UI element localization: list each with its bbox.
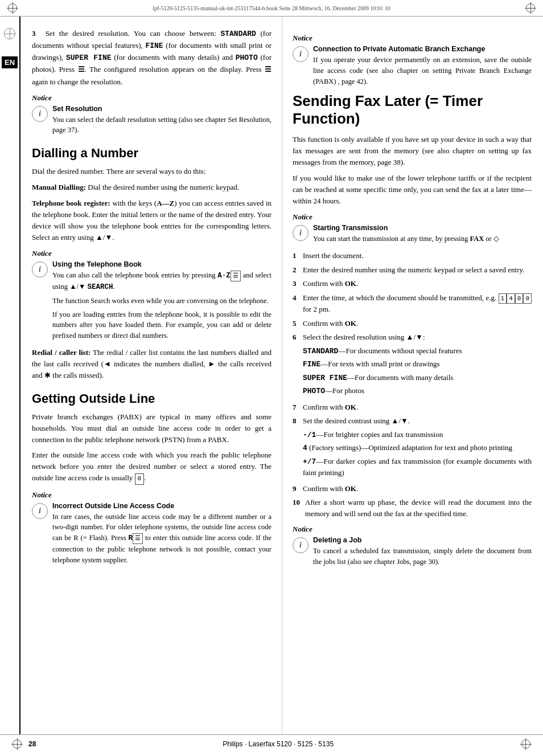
notice-content-2: i Using the Telephone Book You can also … — [32, 260, 272, 341]
manual-dialling-text: Dial the desired number using the numeri… — [88, 183, 239, 191]
right-column: Notice i Connection to Private Automatic… — [282, 17, 543, 734]
two-col-layout: 3 Set the desired resolution. You can ch… — [20, 17, 543, 734]
dialling-heading: Dialling a Number — [32, 146, 272, 161]
top-bar: lpf-5120-5125-5135-manual-uk-int-2531175… — [0, 0, 543, 17]
step-7-text: Confirm with OK. — [303, 402, 532, 413]
footer-right-mark — [520, 738, 532, 750]
step-6-num: 6 — [293, 332, 303, 399]
top-right-corner-mark — [525, 2, 536, 14]
notice-text-3: Incorrect Outside Line Access Code In ra… — [52, 502, 272, 566]
notice-icon-2: i — [32, 261, 48, 277]
notice-icon-1: i — [32, 106, 48, 122]
step-6: 6 Select the desired resolution using ▲/… — [293, 332, 532, 399]
step-10-text: After a short warm up phase, the device … — [305, 497, 532, 519]
footer: 28 Philips · Laserfax 5120 · 5125 · 5135 — [0, 734, 543, 753]
notice-text-trans: Starting Transmission You can start the … — [313, 224, 532, 244]
notice-label-delete: Notice — [293, 525, 532, 534]
sending-fax-intro2: If you would like to make use of the low… — [293, 173, 532, 207]
notice-title-1: Set Resolution — [52, 105, 272, 113]
redial-bold: Redial / caller list: — [32, 348, 90, 357]
step-3: 3 Confirm with OK. — [293, 278, 532, 289]
step-6-text: Select the desired resolution using ▲/▼:… — [303, 332, 532, 399]
step-4-text: Enter the time, at which the document sh… — [303, 292, 532, 315]
steps-list: 1 Insert the document. 2 Enter the desir… — [293, 250, 532, 519]
res-superfine: SUPER FINE—For documents with many detai… — [303, 372, 532, 384]
notice-body-2: You can also call the telephone book ent… — [52, 270, 272, 341]
step-3-num: 3 — [293, 278, 303, 289]
step-3-text2: Confirm with OK. — [303, 278, 532, 289]
step-2-text: Enter the desired number using the numer… — [303, 264, 532, 276]
notice-content-delete: i Deleting a Job To cancel a scheduled f… — [293, 536, 532, 567]
notice-set-resolution: Notice i Set Resolution You can select t… — [32, 93, 272, 136]
step-10-num: 10 — [293, 497, 305, 519]
notice-text-conn: Connection to Private Automatic Branch E… — [313, 45, 532, 87]
notice-title-3: Incorrect Outside Line Access Code — [52, 502, 272, 510]
dialling-intro: Dial the desired number. There are sever… — [32, 166, 272, 177]
step-2: 2 Enter the desired number using the num… — [293, 264, 532, 276]
notice-label-2: Notice — [32, 249, 272, 258]
notice-title-delete: Deleting a Job — [313, 536, 532, 544]
top-bar-text: lpf-5120-5125-5135-manual-uk-int-2531175… — [153, 5, 390, 11]
notice-icon-3: i — [32, 503, 48, 519]
getting-para1: Private branch exchanges (PABX) are typi… — [32, 411, 272, 446]
language-label: EN — [2, 56, 18, 68]
redial: Redial / caller list: The redial / calle… — [32, 347, 272, 381]
step-8-num: 8 — [293, 415, 303, 480]
notice-content-3: i Incorrect Outside Line Access Code In … — [32, 502, 272, 566]
step-3-content: Set the desired resolution. You can choo… — [32, 29, 272, 86]
zero-key: 0 — [135, 473, 145, 484]
notice-transmission: Notice i Starting Transmission You can s… — [293, 213, 532, 244]
notice-text-2: Using the Telephone Book You can also ca… — [52, 260, 272, 341]
contrast-items: -/1—For brighter copies and fax transmis… — [303, 429, 532, 479]
notice-delete-job: Notice i Deleting a Job To cancel a sche… — [293, 525, 532, 567]
resolution-items: STANDARD—For documents without special f… — [303, 345, 532, 397]
notice-telephone-book: Notice i Using the Telephone Book You ca… — [32, 249, 272, 341]
notice-incorrect-code: Notice i Incorrect Outside Line Access C… — [32, 491, 272, 566]
step-1: 1 Insert the document. — [293, 250, 532, 261]
notice-label-conn: Notice — [293, 34, 532, 43]
step-4-num: 4 — [293, 292, 303, 315]
getting-para2: Enter the outside line access code with … — [32, 449, 272, 484]
notice-body-3: In rare cases, the outside line access c… — [52, 512, 272, 566]
notice-body-1: You can select the default resolution se… — [52, 115, 272, 136]
left-column: 3 Set the desired resolution. You can ch… — [20, 17, 282, 734]
notice-text-1: Set Resolution You can select the defaul… — [52, 105, 272, 136]
step-9-text: Confirm with OK. — [303, 483, 532, 495]
step-2-num: 2 — [293, 264, 303, 276]
sending-fax-heading: Sending Fax Later (= TimerFunction) — [293, 92, 532, 128]
step-3-block: 3 Set the desired resolution. You can ch… — [32, 28, 272, 88]
footer-left-mark — [11, 738, 23, 750]
notice-content-conn: i Connection to Private Automatic Branch… — [293, 45, 532, 87]
notice-title-conn: Connection to Private Automatic Branch E… — [313, 45, 532, 53]
telbook: Telephone book register: with the keys (… — [32, 198, 272, 244]
page: lpf-5120-5125-5135-manual-uk-int-2531175… — [0, 0, 543, 756]
step-10: 10 After a short warm up phase, the devi… — [293, 497, 532, 519]
notice-title-2: Using the Telephone Book — [52, 260, 272, 268]
step-3-text: 3 Set the desired resolution. You can ch… — [32, 28, 272, 88]
step-1-num: 1 — [293, 250, 303, 261]
res-standard: STANDARD—For documents without special f… — [303, 345, 532, 357]
sending-fax-intro1: This function is only available if you h… — [293, 134, 532, 168]
step-1-text: Insert the document. — [303, 250, 532, 261]
main-content: EN 3 Set the desired resolution. You can… — [0, 17, 543, 734]
step-4: 4 Enter the time, at which the document … — [293, 292, 532, 315]
notice-body-trans: You can start the transmission at any ti… — [313, 234, 532, 244]
step-3-number: 3 — [32, 28, 41, 39]
manual-dialling: Manual Dialling: Dial the desired number… — [32, 182, 272, 193]
notice-content-trans: i Starting Transmission You can start th… — [293, 224, 532, 244]
contrast-low: -/1—For brighter copies and fax transmis… — [303, 429, 532, 441]
step-8-text: Set the desired contrast using ▲/▼. -/1—… — [303, 415, 532, 480]
step-5: 5 Confirm with OK. — [293, 318, 532, 329]
notice-body-conn: If you operate your device permanently o… — [313, 55, 532, 87]
top-left-corner-mark — [7, 2, 18, 14]
notice-connection: Notice i Connection to Private Automatic… — [293, 34, 532, 87]
notice-body-delete: To cancel a scheduled fax transmission, … — [313, 546, 532, 567]
notice-title-trans: Starting Transmission — [313, 224, 532, 232]
step-7-num: 7 — [293, 402, 303, 413]
res-photo: PHOTO—For photos — [303, 385, 532, 397]
notice-label-1: Notice — [32, 93, 272, 103]
telbook-bold: Telephone book register: — [32, 199, 110, 207]
step-5-text: Confirm with OK. — [303, 318, 532, 329]
notice-label-trans: Notice — [293, 213, 532, 222]
contrast-high: +/7—For darker copies and fax transmissi… — [303, 456, 532, 479]
